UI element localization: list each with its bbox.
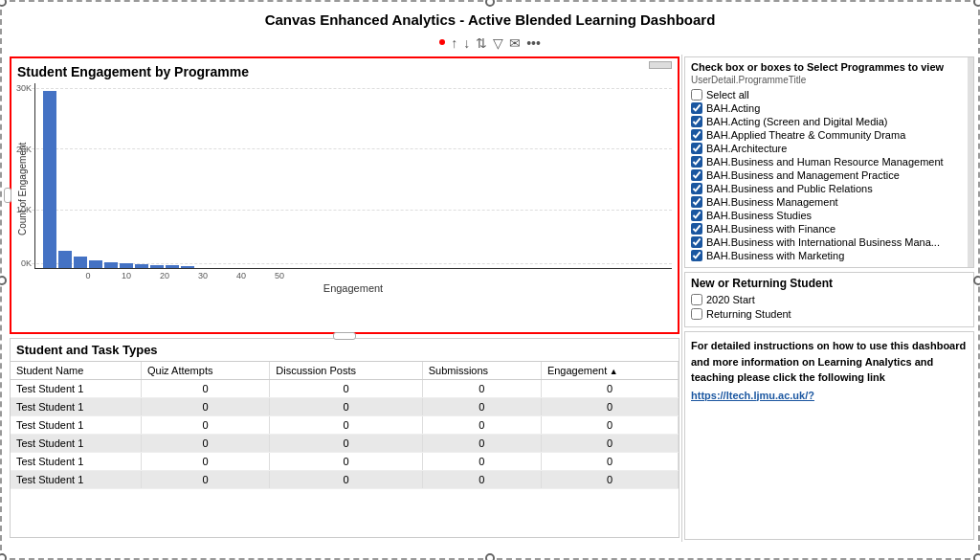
filter-item-4: BAH.Architecture xyxy=(691,143,968,154)
x-tick-10: 10 xyxy=(107,271,145,280)
cell-eng: 0 xyxy=(541,380,678,398)
filter-scrollbar[interactable] xyxy=(968,57,973,267)
table-row: Test Student 10000 xyxy=(11,380,679,398)
filter-checkbox-5[interactable] xyxy=(691,156,702,168)
filter-label-10: BAH.Business with Finance xyxy=(706,223,835,235)
returning-item-1: Returning Student xyxy=(691,308,968,320)
table-section: Student and Task Types Student Name Quiz… xyxy=(10,338,679,538)
cell-quiz: 0 xyxy=(141,435,269,453)
chart-plot: 30K 20K 10K xyxy=(34,83,672,269)
resize-handle-tr[interactable] xyxy=(973,0,980,7)
returning-checkbox-1[interactable] xyxy=(691,308,702,320)
programme-filter: Check box or boxes to Select Programmes … xyxy=(684,56,974,268)
resize-handle-bc[interactable] xyxy=(485,553,495,560)
table-row: Test Student 10000 xyxy=(11,453,679,471)
bar-10 xyxy=(181,266,194,268)
filter-checkbox-11[interactable] xyxy=(691,236,702,248)
filter-item-7: BAH.Business and Public Relations xyxy=(691,183,968,194)
filter-label-12: BAH.Business with Marketing xyxy=(706,250,844,261)
filter-checkbox-3[interactable] xyxy=(691,129,702,141)
cell-disc: 0 xyxy=(270,453,422,471)
bars-container xyxy=(35,83,672,268)
email-icon[interactable]: ✉ xyxy=(509,35,521,51)
cell-eng: 0 xyxy=(541,435,678,453)
filter-checkbox-0[interactable] xyxy=(691,89,702,101)
filter-item-5: BAH.Business and Human Resource Manageme… xyxy=(691,156,968,168)
filter-checkbox-4[interactable] xyxy=(691,143,702,154)
sort-both-icon[interactable]: ⇅ xyxy=(476,35,487,51)
red-dot xyxy=(439,39,445,45)
chart-minimize-handle[interactable] xyxy=(649,61,672,69)
resize-handle-bl[interactable] xyxy=(0,553,7,560)
bar-9 xyxy=(166,265,179,268)
x-axis-labels: 0 10 20 30 40 50 xyxy=(34,271,672,280)
filter-icon[interactable]: ▽ xyxy=(493,35,503,51)
y-tick-label-30k: 30K xyxy=(5,83,32,93)
filter-label-0: Select all xyxy=(706,89,749,101)
cell-name: Test Student 1 xyxy=(11,398,141,416)
cell-name: Test Student 1 xyxy=(11,453,141,471)
col-student-name[interactable]: Student Name xyxy=(11,362,141,380)
chart-area: Count of Engagement 30K 20K xyxy=(17,83,672,294)
filter-item-6: BAH.Business and Management Practice xyxy=(691,169,968,181)
programme-filter-title: Check box or boxes to Select Programmes … xyxy=(691,61,968,73)
resize-handle-ml[interactable] xyxy=(0,276,7,285)
cell-disc: 0 xyxy=(270,416,422,435)
bar-4 xyxy=(89,260,102,268)
cell-quiz: 0 xyxy=(141,380,269,398)
cell-quiz: 0 xyxy=(141,416,269,435)
returning-label-0: 2020 Start xyxy=(706,294,755,305)
cell-quiz: 0 xyxy=(141,398,269,416)
filter-checkbox-12[interactable] xyxy=(691,250,702,261)
filter-item-1: BAH.Acting xyxy=(691,102,968,114)
table-section-title: Student and Task Types xyxy=(11,339,679,362)
filter-checkbox-9[interactable] xyxy=(691,210,702,221)
bar-7 xyxy=(135,264,148,268)
sort-desc-icon[interactable]: ↓ xyxy=(463,35,470,51)
filter-item-2: BAH.Acting (Screen and Digital Media) xyxy=(691,116,968,127)
right-panel: Check box or boxes to Select Programmes … xyxy=(681,55,978,542)
col-quiz[interactable]: Quiz Attempts xyxy=(141,362,269,380)
returning-items-container: 2020 StartReturning Student xyxy=(691,294,968,320)
cell-disc: 0 xyxy=(270,471,422,489)
filter-checkbox-2[interactable] xyxy=(691,116,702,127)
chart-bottom-handle[interactable] xyxy=(333,332,356,340)
filter-label-3: BAH.Applied Theatre & Community Drama xyxy=(706,129,905,141)
x-tick-0: 0 xyxy=(69,271,107,280)
bar-5 xyxy=(104,262,118,268)
chart-section: Student Engagement by Programme Count of… xyxy=(10,56,679,334)
table-row: Test Student 10000 xyxy=(11,435,679,453)
info-link[interactable]: https://ltech.ljmu.ac.uk/? xyxy=(691,390,814,401)
col-engagement[interactable]: Engagement xyxy=(541,362,678,380)
data-table: Student Name Quiz Attempts Discussion Po… xyxy=(11,362,679,489)
bar-1 xyxy=(43,91,56,268)
filter-item-9: BAH.Business Studies xyxy=(691,210,968,221)
returning-checkbox-0[interactable] xyxy=(691,294,702,305)
more-icon[interactable]: ••• xyxy=(526,35,541,51)
filter-label-6: BAH.Business and Management Practice xyxy=(706,169,900,181)
returning-section: New or Returning Student 2020 StartRetur… xyxy=(684,272,974,327)
filter-label-11: BAH.Business with International Business… xyxy=(706,236,940,248)
cell-eng: 0 xyxy=(541,416,678,435)
y-tick-label-10k: 10K xyxy=(5,205,32,214)
sort-asc-icon[interactable]: ↑ xyxy=(451,35,457,51)
filter-checkbox-8[interactable] xyxy=(691,196,702,208)
cell-sub: 0 xyxy=(422,471,541,489)
filter-checkbox-1[interactable] xyxy=(691,102,702,114)
col-sub[interactable]: Submissions xyxy=(422,362,541,380)
chart-title: Student Engagement by Programme xyxy=(17,64,672,79)
cell-eng: 0 xyxy=(541,453,678,471)
x-tick-20: 20 xyxy=(145,271,184,280)
resize-handle-br[interactable] xyxy=(973,553,980,560)
chart-side-handle[interactable] xyxy=(4,188,11,203)
table-row: Test Student 10000 xyxy=(11,471,679,489)
cell-eng: 0 xyxy=(541,398,678,416)
filter-checkbox-10[interactable] xyxy=(691,223,702,235)
main-content: Student Engagement by Programme Count of… xyxy=(2,55,978,542)
resize-handle-mr[interactable] xyxy=(973,276,980,285)
filter-checkbox-6[interactable] xyxy=(691,169,702,181)
filter-checkbox-7[interactable] xyxy=(691,183,702,194)
left-panel: Student Engagement by Programme Count of… xyxy=(2,55,681,542)
cell-name: Test Student 1 xyxy=(11,471,141,489)
col-disc[interactable]: Discussion Posts xyxy=(270,362,422,380)
